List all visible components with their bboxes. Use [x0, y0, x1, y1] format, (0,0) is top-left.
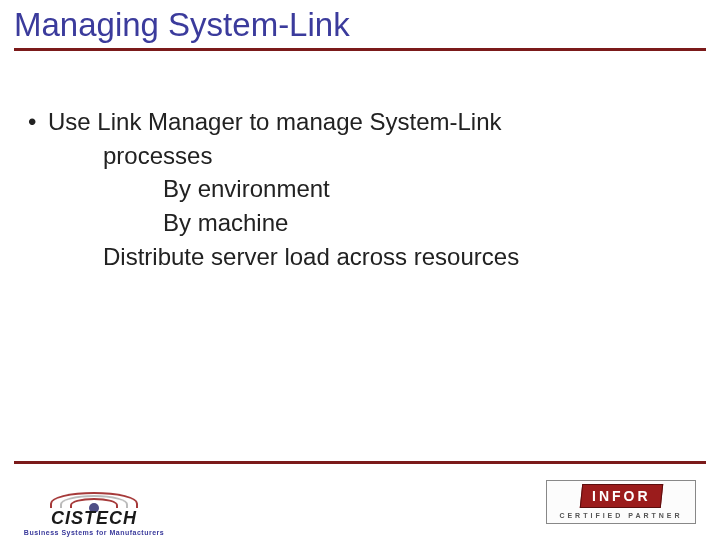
footer-divider	[14, 461, 706, 464]
bullet-text: Use Link Manager to manage System-Link	[48, 108, 502, 135]
bullet-level3: By environment	[48, 173, 692, 205]
cistech-logo: CISTECH Business Systems for Manufacture…	[24, 492, 184, 528]
slide: Managing System-Link • Use Link Manager …	[0, 0, 720, 540]
title-block: Managing System-Link	[14, 6, 706, 51]
bullet-dot-icon: •	[28, 106, 36, 138]
body-content: • Use Link Manager to manage System-Link…	[28, 106, 692, 284]
infor-logo: INFOR CERTIFIED PARTNER	[546, 480, 696, 524]
infor-tagline: CERTIFIED PARTNER	[553, 512, 689, 519]
infor-brand-text: INFOR	[592, 488, 651, 504]
cistech-brand-text: CISTECH	[24, 508, 164, 529]
footer: CISTECH Business Systems for Manufacture…	[14, 475, 706, 530]
bullet-level3: By machine	[48, 207, 692, 239]
bullet-level2: processes	[48, 140, 692, 172]
bullet-level2: Distribute server load across resources	[48, 241, 692, 273]
cistech-arc-icon: CISTECH Business Systems for Manufacture…	[24, 492, 164, 528]
bullet-level1: • Use Link Manager to manage System-Link…	[28, 106, 692, 272]
title-underline	[14, 48, 706, 51]
cistech-tagline: Business Systems for Manufacturers	[14, 529, 174, 536]
slide-title: Managing System-Link	[14, 6, 706, 46]
infor-slab-icon: INFOR	[579, 484, 662, 508]
